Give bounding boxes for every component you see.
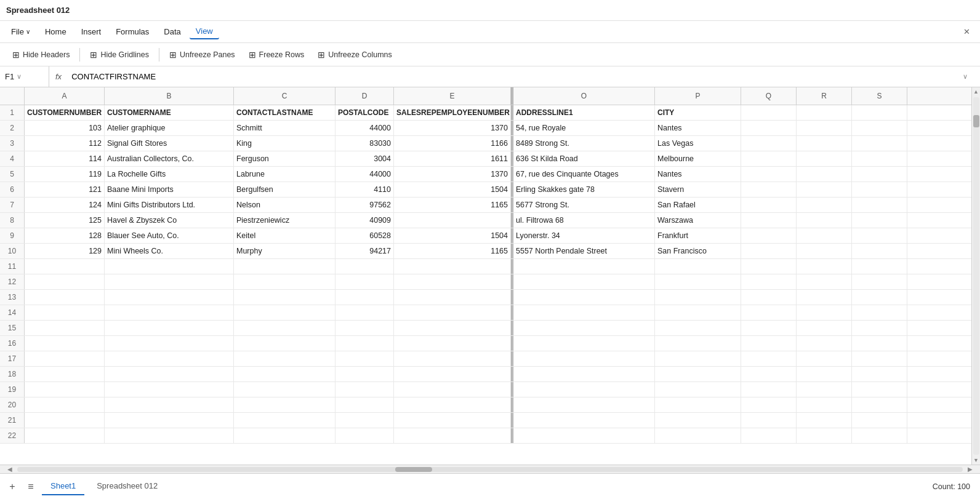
col-header-c[interactable]: C: [234, 87, 335, 105]
table-row[interactable]: 12: [0, 274, 971, 290]
data-cell[interactable]: 1370: [394, 167, 511, 182]
data-cell[interactable]: 121: [25, 182, 105, 197]
scroll-right-button[interactable]: ▶: [965, 466, 975, 473]
cell-reference[interactable]: F1 ∨: [0, 66, 49, 87]
col-header-o[interactable]: O: [513, 87, 655, 105]
data-cell[interactable]: [741, 367, 797, 381]
data-cell[interactable]: [797, 336, 852, 351]
data-cell[interactable]: [741, 259, 797, 274]
header-cell[interactable]: CITY: [655, 105, 741, 120]
data-cell[interactable]: Stavern: [655, 182, 741, 197]
data-cell[interactable]: [797, 136, 852, 151]
data-cell[interactable]: 128: [25, 228, 105, 243]
data-cell[interactable]: [852, 167, 907, 182]
data-cell[interactable]: [852, 321, 907, 335]
data-cell[interactable]: [394, 213, 511, 228]
data-cell[interactable]: [394, 382, 511, 397]
col-header-q[interactable]: Q: [741, 87, 797, 105]
data-cell[interactable]: [741, 198, 797, 212]
data-cell[interactable]: [394, 290, 511, 305]
data-cell[interactable]: 119: [25, 167, 105, 182]
header-cell[interactable]: CUSTOMERNAME: [105, 105, 234, 120]
data-cell[interactable]: 1165: [394, 244, 511, 258]
horizontal-scroll-area[interactable]: ◀ ▶: [0, 465, 980, 473]
data-cell[interactable]: [335, 413, 394, 428]
table-row[interactable]: 6121Baane Mini ImportsBergulfsen41101504…: [0, 182, 971, 198]
close-button[interactable]: ✕: [958, 25, 975, 39]
data-cell[interactable]: [852, 351, 907, 366]
data-cell[interactable]: [105, 336, 234, 351]
data-cell[interactable]: Ferguson: [234, 151, 335, 166]
data-cell[interactable]: 636 St Kilda Road: [513, 151, 655, 166]
table-row[interactable]: 8125Havel & Zbyszek CoPiestrzeniewicz409…: [0, 213, 971, 228]
table-row[interactable]: 4114Australian Collectors, Co.Ferguson30…: [0, 151, 971, 167]
data-cell[interactable]: Mini Gifts Distributors Ltd.: [105, 198, 234, 212]
data-cell[interactable]: [852, 244, 907, 258]
table-row[interactable]: 20: [0, 397, 971, 413]
data-cell[interactable]: [335, 367, 394, 381]
header-cell[interactable]: ADDRESSLINE1: [513, 105, 655, 120]
data-cell[interactable]: 112: [25, 136, 105, 151]
scroll-track[interactable]: [973, 97, 979, 455]
data-cell[interactable]: San Francisco: [655, 244, 741, 258]
data-cell[interactable]: [394, 274, 511, 289]
data-cell[interactable]: Keitel: [234, 228, 335, 243]
data-cell[interactable]: 1611: [394, 151, 511, 166]
data-cell[interactable]: [25, 351, 105, 366]
data-cell[interactable]: [513, 259, 655, 274]
data-cell[interactable]: [105, 397, 234, 412]
data-cell[interactable]: [797, 274, 852, 289]
data-cell[interactable]: [234, 413, 335, 428]
data-cell[interactable]: [513, 305, 655, 320]
scroll-up-button[interactable]: ▲: [972, 87, 981, 96]
data-cell[interactable]: [335, 397, 394, 412]
data-cell[interactable]: [25, 397, 105, 412]
data-cell[interactable]: [513, 290, 655, 305]
menu-file[interactable]: File ∨: [5, 25, 36, 39]
table-row[interactable]: 21: [0, 413, 971, 428]
data-cell[interactable]: [234, 351, 335, 366]
h-scroll-thumb[interactable]: [395, 467, 432, 472]
data-cell[interactable]: [234, 336, 335, 351]
header-cell[interactable]: [852, 105, 907, 120]
menu-insert[interactable]: Insert: [75, 25, 108, 39]
col-header-b[interactable]: B: [105, 87, 234, 105]
data-cell[interactable]: ul. Filtrowa 68: [513, 213, 655, 228]
data-cell[interactable]: [335, 382, 394, 397]
data-cell[interactable]: [655, 274, 741, 289]
data-cell[interactable]: [852, 136, 907, 151]
data-cell[interactable]: [741, 228, 797, 243]
data-cell[interactable]: 44000: [335, 121, 394, 135]
data-cell[interactable]: [852, 259, 907, 274]
header-cell[interactable]: POSTALCODE: [335, 105, 394, 120]
data-cell[interactable]: [741, 290, 797, 305]
data-cell[interactable]: [797, 321, 852, 335]
data-cell[interactable]: [105, 290, 234, 305]
menu-formulas[interactable]: Formulas: [110, 25, 155, 39]
header-cell[interactable]: CUSTOMERNUMBER: [25, 105, 105, 120]
data-cell[interactable]: [741, 121, 797, 135]
data-cell[interactable]: [25, 428, 105, 443]
menu-data[interactable]: Data: [158, 25, 187, 39]
data-cell[interactable]: 5677 Strong St.: [513, 198, 655, 212]
data-cell[interactable]: [394, 397, 511, 412]
data-cell[interactable]: [234, 397, 335, 412]
data-cell[interactable]: [234, 321, 335, 335]
data-cell[interactable]: 67, rue des Cinquante Otages: [513, 167, 655, 182]
data-cell[interactable]: [741, 182, 797, 197]
data-cell[interactable]: [335, 351, 394, 366]
data-cell[interactable]: [513, 413, 655, 428]
data-cell[interactable]: [797, 151, 852, 166]
data-cell[interactable]: [741, 428, 797, 443]
data-cell[interactable]: [852, 413, 907, 428]
table-row[interactable]: 13: [0, 290, 971, 305]
data-cell[interactable]: [741, 213, 797, 228]
data-cell[interactable]: [25, 321, 105, 335]
data-cell[interactable]: [655, 367, 741, 381]
data-cell[interactable]: [655, 428, 741, 443]
data-cell[interactable]: [797, 167, 852, 182]
data-cell[interactable]: [105, 413, 234, 428]
unfreeze-columns-button[interactable]: ⊞ Unfreeze Columns: [311, 47, 398, 62]
data-cell[interactable]: [655, 305, 741, 320]
data-cell[interactable]: Lyonerstr. 34: [513, 228, 655, 243]
